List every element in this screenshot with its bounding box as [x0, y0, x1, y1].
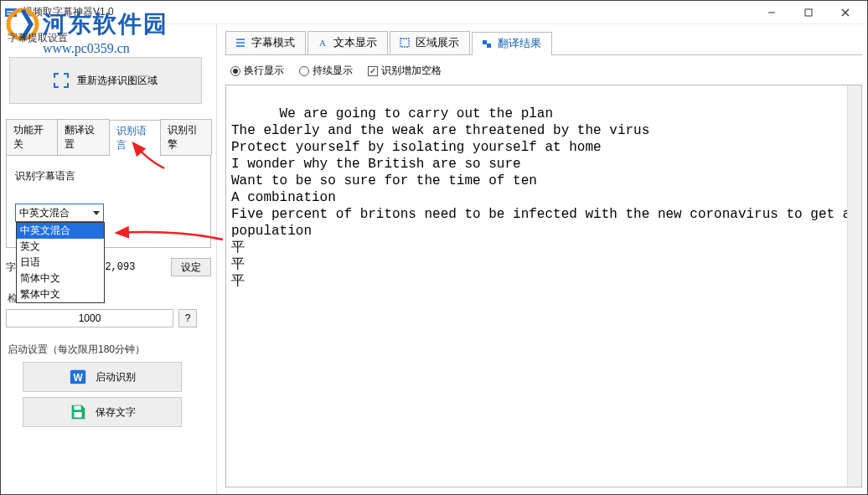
radio-label: 换行显示 — [244, 64, 284, 78]
app-icon — [4, 6, 18, 19]
tab-translate-result[interactable]: 翻译结果 — [472, 32, 552, 55]
language-option[interactable]: 英文 — [17, 239, 104, 255]
svg-rect-2 — [7, 13, 13, 15]
svg-text:A: A — [319, 38, 326, 48]
left-panel: 字幕提取设置 重新选择识图区域 功能开关 翻译设置 识别语言 识别引擎 识别字幕… — [1, 24, 217, 494]
radio-continuous-display[interactable]: 持续显示 — [299, 64, 353, 78]
tab-recognize-language[interactable]: 识别语言 — [109, 120, 161, 156]
checkbox-label: 识别增加空格 — [381, 64, 442, 78]
language-panel: 识别字幕语言 中英文混合 中英文混合 英文 日语 简体中文 繁体中文 — [6, 156, 211, 248]
result-text: We are going to carry out the plan The e… — [231, 106, 859, 289]
window-title: 视频取字幕神器V1.0 — [23, 5, 753, 19]
region-icon — [399, 37, 411, 49]
tab-function-switch[interactable]: 功能开关 — [6, 119, 58, 155]
tab-subtitle-mode[interactable]: 字幕模式 — [225, 31, 306, 54]
radio-wrap-display[interactable]: 换行显示 — [230, 64, 284, 78]
checkbox-icon — [368, 66, 378, 76]
save-text-label: 保存文字 — [96, 405, 136, 420]
save-text-button[interactable]: 保存文字 — [23, 397, 182, 427]
result-textarea[interactable]: We are going to carry out the plan The e… — [225, 85, 862, 487]
help-button[interactable]: ? — [178, 309, 197, 327]
radio-label: 持续显示 — [313, 64, 353, 78]
language-combobox[interactable]: 中英文混合 中英文混合 英文 日语 简体中文 繁体中文 — [15, 204, 104, 222]
marquee-icon — [54, 73, 69, 88]
reselect-region-label: 重新选择识图区域 — [77, 74, 158, 88]
display-options-row: 换行显示 持续显示 识别增加空格 — [225, 55, 862, 85]
language-option[interactable]: 简体中文 — [17, 271, 104, 286]
left-tabs: 功能开关 翻译设置 识别语言 识别引擎 — [6, 119, 211, 156]
minimize-button[interactable] — [753, 1, 790, 24]
frequency-input[interactable] — [6, 309, 173, 327]
radio-icon — [299, 66, 309, 76]
tab-label: 区域展示 — [416, 35, 459, 50]
tab-translate-settings[interactable]: 翻译设置 — [57, 119, 109, 155]
checkbox-add-space[interactable]: 识别增加空格 — [368, 64, 442, 78]
tab-label: 文本显示 — [333, 35, 377, 50]
start-recognition-label: 启动识别 — [96, 370, 136, 384]
svg-rect-0 — [5, 8, 17, 17]
language-selected-value: 中英文混合 — [19, 206, 70, 220]
tab-text-display[interactable]: A 文本显示 — [307, 31, 388, 54]
list-icon — [235, 37, 246, 49]
set-button[interactable]: 设定 — [171, 258, 211, 276]
right-tabs: 字幕模式 A 文本显示 区域展示 翻译结果 — [225, 31, 862, 55]
language-option[interactable]: 中英文混合 — [17, 223, 104, 239]
reselect-region-button[interactable]: 重新选择识图区域 — [9, 57, 202, 104]
title-bar: 视频取字幕神器V1.0 — [1, 1, 867, 24]
right-panel: 字幕模式 A 文本显示 区域展示 翻译结果 换行显示 持续显示 — [217, 24, 867, 494]
start-settings-label: 启动设置（每次限用180分钟） — [8, 343, 211, 357]
language-option[interactable]: 日语 — [17, 255, 104, 271]
tab-region-display[interactable]: 区域展示 — [390, 31, 470, 54]
svg-text:W: W — [73, 372, 83, 384]
svg-rect-1 — [7, 11, 15, 13]
svg-rect-11 — [74, 412, 81, 417]
text-icon: A — [317, 37, 328, 49]
maximize-button[interactable] — [790, 1, 827, 24]
svg-rect-16 — [400, 39, 409, 47]
start-recognition-button[interactable]: W 启动识别 — [23, 362, 182, 392]
radio-icon — [230, 66, 240, 76]
tab-recognize-engine[interactable]: 识别引擎 — [160, 119, 212, 155]
language-dropdown: 中英文混合 英文 日语 简体中文 繁体中文 — [16, 222, 105, 303]
language-panel-label: 识别字幕语言 — [15, 169, 75, 183]
tab-label: 字幕模式 — [251, 35, 295, 50]
tab-label: 翻译结果 — [498, 36, 541, 51]
extract-settings-label: 字幕提取设置 — [8, 31, 211, 45]
translate-icon — [481, 38, 493, 49]
vertical-scrollbar[interactable] — [847, 85, 861, 487]
language-option[interactable]: 繁体中文 — [17, 286, 104, 302]
svg-rect-4 — [805, 9, 812, 16]
close-button[interactable] — [827, 1, 864, 24]
save-icon — [69, 403, 87, 421]
chevron-down-icon — [93, 211, 100, 215]
svg-rect-10 — [74, 406, 80, 410]
word-icon: W — [69, 368, 87, 386]
